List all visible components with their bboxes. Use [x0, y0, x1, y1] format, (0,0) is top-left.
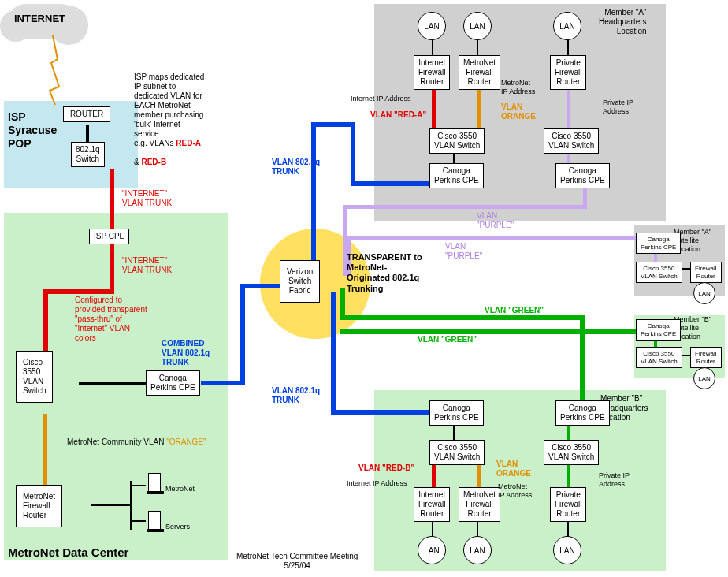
- bsat-fw: Firewall Router: [690, 347, 722, 368]
- link-green-b-hq: [340, 315, 585, 320]
- dc-firewall-box: MetroNet Firewall Router: [16, 485, 62, 527]
- a-internet-ip: Internet IP Address: [351, 95, 410, 103]
- vlan-green-1: VLAN "GREEN": [485, 306, 544, 315]
- link-purple-a-hq: [343, 205, 587, 209]
- lan-a2: LAN: [463, 12, 492, 40]
- lan-line-b2: [477, 520, 478, 538]
- link-server2: [130, 520, 146, 522]
- link-green-b-hq-inner1: [567, 424, 570, 441]
- bsat-canoga: Canoga Perkins CPE: [636, 319, 681, 341]
- server-icon-1: [148, 473, 161, 492]
- internet-label: INTERNET: [14, 13, 65, 25]
- a-internet-fw: Internet Firewall Router: [414, 55, 450, 90]
- link-fw-servers-h: [91, 504, 130, 506]
- asat-fw: Firewall Router: [690, 262, 722, 283]
- b-canoga-2: Canoga Perkins CPE: [555, 400, 610, 426]
- b-metronet-fw: MetroNet Firewall Router: [459, 487, 500, 522]
- link-orange-a: [477, 87, 481, 130]
- link-b-canoga-cisco: [453, 424, 455, 441]
- link-trunk-a-h2: [351, 181, 433, 186]
- lan-a1: LAN: [418, 12, 446, 40]
- lan-b1: LAN: [418, 536, 446, 564]
- link-combined-trunk-h: [201, 381, 244, 385]
- isp-router-box: ROUTER: [63, 106, 110, 122]
- combined-trunk-label: COMBINED VLAN 802.1q TRUNK: [162, 339, 210, 367]
- link-trunk-b-h: [331, 410, 433, 415]
- isp-note: ISP maps dedicated IP subnet to dedicate…: [134, 63, 236, 167]
- isp-cpe-box: ISP CPE: [89, 229, 129, 244]
- link-server1: [130, 485, 146, 486]
- a-metronet-ip: MetroNet IP Address: [501, 79, 535, 96]
- vlan-green-2: VLAN "GREEN": [418, 335, 477, 344]
- link-red-b: [432, 463, 436, 487]
- lan-line-a2: [477, 39, 478, 57]
- vlan-trunk-a: VLAN 802.1q TRUNK: [272, 158, 320, 177]
- isp-pop-title: ISP Syracuse POP: [8, 110, 57, 150]
- verizon-box: Verizon Switch Fabric: [280, 260, 320, 303]
- b-internet-ip: Internet IP Address: [347, 479, 407, 488]
- a-cisco-1: Cisco 3550 VLAN Switch: [429, 128, 485, 154]
- link-orange-b: [477, 463, 481, 487]
- servers-label: Servers: [165, 523, 190, 531]
- link-cisco-canoga-dc: [79, 382, 150, 385]
- a-private-ip: Private IP Address: [603, 99, 633, 116]
- link-green-b-hq-v0: [340, 288, 345, 320]
- link-purple-a-sat: [347, 236, 646, 240]
- member-a-hq-title: Member "A" Headquarters Location: [599, 8, 647, 36]
- vlan-trunk-b: VLAN 802.1q TRUNK: [272, 386, 320, 405]
- link-red-a: [432, 87, 436, 130]
- server-icon-2: [148, 511, 161, 530]
- link-internet-vlan-trunk-2: [110, 243, 114, 294]
- link-trunk-a-h1: [311, 122, 351, 127]
- link-internet-vlan-trunk-2b: [43, 289, 114, 294]
- footer-label: MetroNet Tech Committee Meeting 5/25/04: [236, 552, 358, 571]
- link-router-8021q: [86, 125, 89, 142]
- link-internet-vlan-trunk-1: [110, 169, 114, 229]
- lan-a3: LAN: [553, 12, 581, 40]
- dc-canoga-box: Canoga Perkins CPE: [146, 370, 200, 396]
- lan-b2: LAN: [463, 536, 492, 564]
- vlan-purple-2: VLAN "PURPLE": [445, 242, 482, 261]
- a-private-fw: Private Firewall Router: [550, 55, 586, 90]
- vlan-red-a-label: VLAN "RED-A": [370, 110, 426, 120]
- transparent-note: TRANSPARENT to MetroNet- Originated 802.…: [347, 252, 433, 294]
- isp-8021q-switch: 802.1q Switch: [71, 142, 105, 167]
- lightning-icon: [43, 35, 67, 106]
- b-canoga-1: Canoga Perkins CPE: [429, 400, 484, 426]
- dc-title: MetroNet Data Center: [8, 545, 128, 560]
- vlan-purple-1: VLAN "PURPLE": [477, 211, 514, 230]
- community-vlan-label: MetroNet Community VLAN "ORANGE": [67, 437, 206, 447]
- lan-line-a3: [567, 39, 569, 57]
- link-trunk-a-v: [311, 122, 316, 260]
- b-metronet-ip: MetroNet IP Address: [498, 482, 532, 500]
- lan-bsat: LAN: [693, 367, 715, 389]
- link-combined-trunk-h2: [240, 284, 284, 288]
- asat-canoga: Canoga Perkins CPE: [636, 233, 681, 254]
- b-private-ip: Private IP Address: [599, 471, 630, 489]
- a-cisco-2: Cisco 3550 VLAN Switch: [544, 128, 599, 154]
- link-fw-servers-v: [130, 481, 132, 530]
- lan-line-b1: [432, 520, 433, 538]
- b-cisco-2: Cisco 3550 VLAN Switch: [544, 440, 599, 465]
- link-purple-a-hq-inner1: [567, 87, 570, 130]
- link-orange-dc: [43, 414, 47, 489]
- bsat-cisco: Cisco 3550 VLAN Switch: [636, 347, 682, 368]
- passthru-note: Configured to provided transparent "pass…: [75, 296, 177, 343]
- a-canoga-2: Canoga Perkins CPE: [555, 163, 610, 188]
- asat-cisco: Cisco 3550 VLAN Switch: [636, 262, 682, 283]
- dc-cisco-box: Cisco 3550 VLAN Switch: [16, 351, 53, 403]
- internet-vlan-trunk-2: "INTERNET" VLAN TRUNK: [122, 256, 172, 275]
- link-trunk-b-v: [331, 292, 336, 414]
- b-cisco-1: Cisco 3550 VLAN Switch: [429, 440, 485, 465]
- lan-line-a1: [432, 39, 433, 57]
- lan-b3: LAN: [553, 536, 581, 564]
- link-green-b-hq-inner2: [567, 463, 570, 487]
- a-vlan-orange: VLAN ORANGE: [501, 102, 536, 121]
- b-private-fw: Private Firewall Router: [550, 487, 586, 522]
- internet-vlan-trunk-1: "INTERNET" VLAN TRUNK: [122, 189, 172, 208]
- isp-router-label: ROUTER: [70, 110, 103, 118]
- metronet-server-label: MetroNet: [165, 485, 195, 493]
- link-internet-vlan-trunk-2c: [43, 289, 48, 352]
- link-combined-trunk-v: [240, 284, 245, 385]
- link-green-b-sat: [340, 329, 652, 334]
